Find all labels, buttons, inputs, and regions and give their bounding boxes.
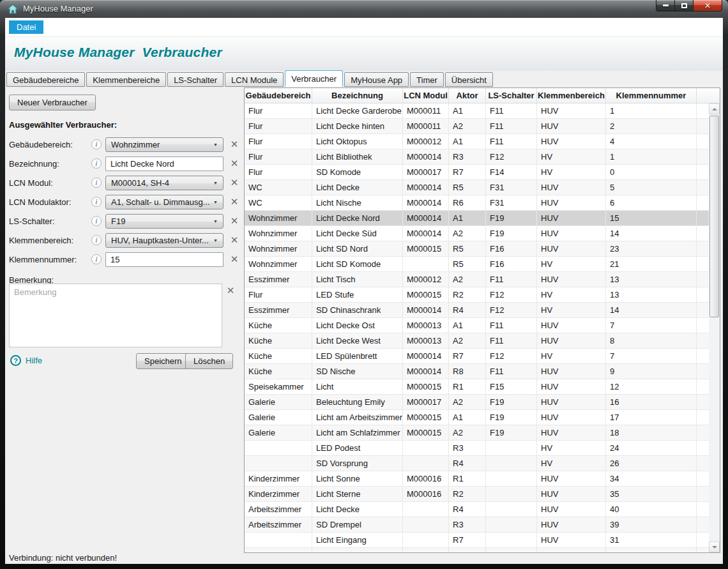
table-cell (245, 456, 312, 471)
table-row[interactable]: SpeisekammerLichtM000015R1F15HUV12 (245, 379, 709, 395)
scrollbar-thumb[interactable] (709, 116, 719, 317)
clear-icon[interactable]: ✕ (229, 196, 240, 208)
info-icon[interactable]: i (91, 254, 102, 264)
field-row-klemmennummer: Klemmennummer: i ✕ (9, 252, 240, 268)
table-cell: HV (537, 149, 606, 164)
lcn-modul-select[interactable]: M000014, SH-4 ▼ (105, 176, 224, 190)
table-row[interactable]: ArbeitszimmerSD DrempelR3HUV39 (245, 517, 709, 533)
tab-lcn-module[interactable]: LCN Module (225, 72, 284, 87)
table-row[interactable]: FlurLicht Decke GarderobeM000011A1F11HUV… (245, 103, 709, 119)
table-cell: M000015 (403, 425, 449, 440)
table-cell: 2 (606, 119, 697, 133)
gebaeudebereich-select[interactable]: Wohnzimmer ▼ (105, 137, 224, 152)
table-cell: R1 (449, 471, 486, 486)
close-button[interactable]: ✕ (693, 0, 722, 11)
table-row[interactable]: GalerieLicht am SchlafzimmerM000015A2F19… (245, 425, 709, 441)
column-header[interactable]: Klemmenbereich (537, 88, 606, 103)
table-row[interactable]: WCLicht NischeM000014R6F31HUV6 (245, 195, 709, 211)
tab-ls-schalter[interactable]: LS-Schalter (167, 72, 224, 87)
column-header[interactable]: Klemmennummer (606, 88, 697, 103)
table-row[interactable]: FlurLicht OktopusM000012A1F11HUV4 (245, 134, 709, 149)
tab-uebersicht[interactable]: Übersicht (445, 72, 493, 87)
table-cell: R7 (449, 533, 486, 547)
column-header[interactable]: Bezeichnung (312, 88, 403, 103)
menu-item-datei[interactable]: Datei (9, 20, 43, 34)
clear-icon[interactable]: ✕ (225, 285, 236, 296)
minimize-button[interactable] (656, 0, 675, 11)
info-icon[interactable]: i (91, 197, 102, 207)
info-icon[interactable]: i (91, 158, 102, 169)
info-icon[interactable]: i (91, 216, 102, 226)
table-row[interactable]: KücheLicht Decke WestM000013A2F11HUV8 (245, 333, 709, 349)
table-row[interactable]: LED PodestR3HV24 (245, 441, 709, 456)
table-row[interactable]: FlurLicht Decke hintenM000011A2F11HUV2 (245, 119, 709, 134)
table-row[interactable]: FlurSD KomodeM000017R7F14HV0 (245, 165, 709, 180)
info-icon[interactable]: i (91, 139, 102, 149)
table-row[interactable] (245, 548, 709, 552)
table-row[interactable]: WohnzimmerLicht SD NordM000015R5F16HUV23 (245, 241, 709, 257)
table-cell: HUV (537, 517, 606, 532)
klemmennummer-input[interactable] (105, 252, 224, 267)
table-cell: M000011 (403, 119, 449, 133)
new-verbraucher-button[interactable]: Neuer Verbraucher (9, 95, 96, 110)
table-cell (486, 533, 537, 547)
status-bar: Verbindung: nicht verbunden! (5, 553, 723, 564)
table-row[interactable]: WohnzimmerLicht Decke NordM000014A1F19HU… (245, 211, 709, 226)
table-row[interactable]: KinderzimmerLicht SterneM000016R2HUV35 (245, 487, 709, 502)
column-header[interactable]: LCN Modul (403, 88, 449, 103)
tab-gebaeudebereiche[interactable]: Gebäudebereiche (6, 72, 85, 87)
table-cell: HUV (537, 119, 606, 133)
bezeichnung-input[interactable] (105, 156, 224, 171)
bemerkung-textarea[interactable] (9, 284, 222, 347)
table-row[interactable]: KücheLicht Decke OstM000013A1F11HUV7 (245, 318, 709, 333)
save-button[interactable]: Speichern (136, 353, 190, 369)
table-cell-filler (697, 257, 709, 271)
vertical-scrollbar[interactable] (709, 103, 720, 552)
table-row[interactable]: WCLicht DeckeM000014R5F31HUV5 (245, 180, 709, 195)
tab-verbraucher[interactable]: Verbraucher (285, 70, 343, 87)
info-icon[interactable]: i (91, 235, 102, 245)
klemmenbereich-select[interactable]: HUV, Hauptkasten-Unter... ▼ (105, 233, 224, 248)
table-row[interactable]: EsszimmerLicht TischM000012A2F11HUV13 (245, 272, 709, 287)
table-row[interactable]: GalerieBeleuchtung EmilyM000017A2F19HUV1… (245, 395, 709, 410)
lcn-modulaktor-select[interactable]: A1, Schalt- u. Dimmausg... ▼ (105, 195, 224, 209)
scroll-up-button[interactable] (709, 103, 720, 114)
table-row[interactable]: KücheLED SpülenbrettM000014R7F12HV7 (245, 349, 709, 364)
tab-timer[interactable]: Timer (410, 72, 444, 87)
window-controls: ✕ (656, 0, 722, 11)
table-cell-filler (697, 165, 709, 179)
column-header[interactable]: Aktor (449, 88, 486, 103)
table-cell: M000014 (403, 149, 449, 164)
clear-icon[interactable]: ✕ (229, 158, 240, 169)
table-row[interactable]: Licht EingangR7HUV31 (245, 533, 709, 548)
table-cell (486, 548, 537, 552)
column-header[interactable]: LS-Schalter (486, 88, 537, 103)
clear-icon[interactable]: ✕ (229, 139, 240, 150)
table-row[interactable]: WohnzimmerLicht Decke SüdM000014A2F19HUV… (245, 226, 709, 241)
scroll-down-button[interactable] (709, 542, 720, 552)
delete-button[interactable]: Löschen (185, 353, 233, 369)
tab-myhouse-app[interactable]: MyHouse App (344, 72, 409, 87)
info-icon[interactable]: i (91, 178, 102, 188)
table-cell: HUV (537, 471, 606, 486)
clear-icon[interactable]: ✕ (229, 234, 240, 246)
column-header[interactable]: Gebäudebereich (245, 88, 312, 103)
table-row[interactable]: EsszimmerSD ChinaschrankM000014R4F12HV14 (245, 303, 709, 318)
table-row[interactable]: GalerieLicht am ArbeitszimmerM000015A1F1… (245, 410, 709, 425)
table-row[interactable]: KinderzimmerLicht SonneM000016R1HUV34 (245, 471, 709, 487)
help-link[interactable]: ? Hilfe (10, 355, 42, 366)
table-cell: HV (537, 257, 606, 271)
table-row[interactable]: FlurLED StufeM000015R2F12HV13 (245, 287, 709, 303)
table-row[interactable]: FlurLicht BibliothekM000014R3F12HV1 (245, 149, 709, 165)
clear-icon[interactable]: ✕ (229, 177, 240, 188)
maximize-button[interactable] (675, 0, 693, 11)
clear-icon[interactable]: ✕ (229, 215, 240, 227)
clear-icon[interactable]: ✕ (229, 254, 240, 265)
ls-schalter-select[interactable]: F19 ▼ (105, 214, 224, 229)
tab-klemmenbereiche[interactable]: Klemmenbereiche (86, 72, 166, 87)
table-row[interactable]: WohnzimmerLicht SD KomodeR5F16HV21 (245, 257, 709, 272)
table-row[interactable]: SD VorsprungR4HV26 (245, 456, 709, 471)
table-row[interactable]: KücheSD NischeM000014R8F11HUV9 (245, 364, 709, 379)
table-cell: M000015 (403, 241, 449, 256)
table-row[interactable]: ArbeitszimmerLicht DeckeR4HUV40 (245, 502, 709, 517)
